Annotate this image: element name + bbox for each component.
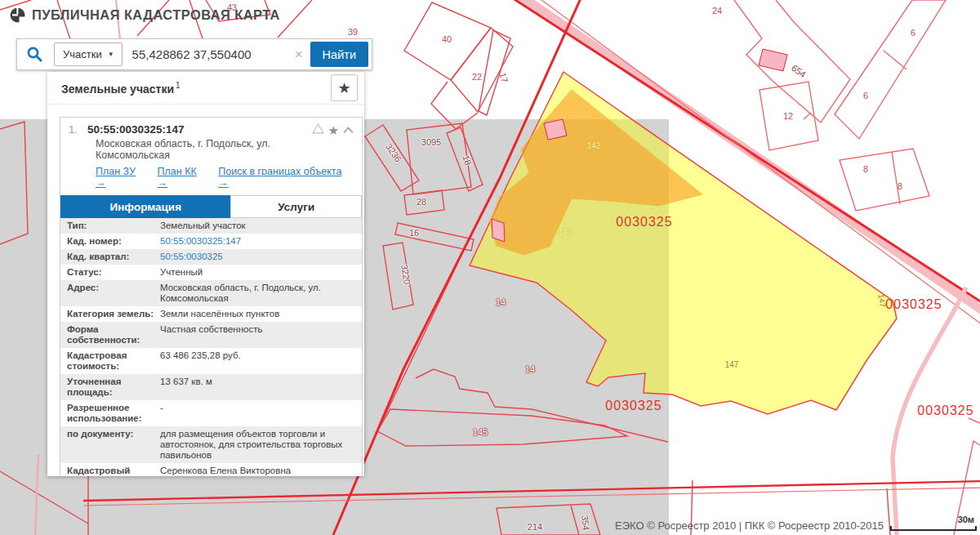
results-panel-header: Земельные участки1 ★ — [47, 72, 364, 105]
result-cadastral-number: 50:55:0030325:147 — [87, 123, 185, 136]
search-category-dropdown[interactable]: Участки ▼ — [54, 42, 122, 66]
table-row: Адрес:Московская область, г. Подольск, у… — [60, 280, 362, 306]
scale-line — [890, 526, 977, 531]
search-input[interactable] — [122, 47, 287, 61]
results-panel: Земельные участки1 ★ 1. 50:55:0030325:14… — [47, 72, 364, 476]
collapse-chevron-icon[interactable] — [343, 124, 354, 136]
results-panel-title: Земельные участки1 — [61, 81, 180, 96]
result-card-head: 1. 50:55:0030325:147 ★ Московская област… — [60, 118, 362, 195]
warning-triangle-icon[interactable] — [312, 123, 324, 136]
tab-services[interactable]: Услуги — [230, 195, 362, 218]
chevron-down-icon: ▼ — [108, 51, 114, 58]
plan-zu-link[interactable]: План ЗУ → — [96, 166, 145, 189]
result-links: План ЗУ → План КК → Поиск в границах объ… — [69, 161, 354, 195]
app-header: ПУБЛИЧНАЯ КАДАСТРОВАЯ КАРТА — [10, 7, 280, 23]
favorite-star-icon[interactable]: ★ — [328, 124, 339, 136]
table-row: Кад. квартал:50:55:0030325 — [60, 249, 362, 265]
scale-label: 30м — [958, 515, 974, 524]
table-row: Кадастровый инженер:Серенкова Елена Викт… — [60, 463, 362, 476]
results-count-badge: 1 — [176, 81, 180, 90]
table-row: Уточненная площадь:13 637 кв. м — [60, 374, 362, 400]
details-table: Тип:Земельный участок Кад. номер:50:55:0… — [60, 218, 362, 476]
app-logo-icon — [10, 7, 25, 23]
map-attribution: ЕЭКО © Росреестр 2010 | ПКК © Росреестр … — [615, 519, 884, 532]
search-submit-button[interactable]: Найти — [310, 42, 368, 67]
table-row: Форма собственности:Частная собственност… — [60, 322, 362, 348]
table-row: Кадастровая стоимость:63 486 235,28 руб. — [60, 348, 362, 374]
search-within-link[interactable]: Поиск в границах объекта → — [218, 166, 345, 189]
table-row: Кад. номер:50:55:0030325:147 — [60, 234, 362, 249]
table-row: Статус:Учтенный — [60, 265, 362, 280]
parcels-top-middle[interactable] — [404, 2, 513, 129]
table-row: Категория земель:Земли населённых пункто… — [60, 306, 362, 322]
cadastral-number-link[interactable]: 50:55:0030325:147 — [160, 236, 355, 247]
search-icon — [26, 46, 54, 63]
table-row: по документу:для размещения объектов тор… — [60, 426, 362, 463]
table-row: Тип:Земельный участок — [60, 218, 362, 234]
star-icon: ★ — [337, 79, 350, 97]
result-tabs: Информация Услуги — [60, 195, 362, 218]
tab-information[interactable]: Информация — [60, 195, 230, 218]
scale-bar: 30м — [890, 517, 977, 532]
app-title: ПУБЛИЧНАЯ КАДАСТРОВАЯ КАРТА — [32, 7, 280, 23]
clear-search-icon[interactable]: × — [287, 47, 310, 63]
result-index: 1. — [69, 123, 87, 136]
favorites-button[interactable]: ★ — [331, 74, 358, 101]
search-category-label: Участки — [63, 48, 102, 60]
result-address: Московская область, г. Подольск, ул. Ком… — [69, 136, 314, 161]
plan-kk-link[interactable]: План КК → — [158, 166, 207, 189]
table-row: Разрешенное использование:- — [60, 400, 362, 426]
search-bar: Участки ▼ × Найти — [16, 38, 372, 70]
cadastral-quarter-link[interactable]: 50:55:0030325 — [160, 252, 355, 262]
result-card: 1. 50:55:0030325:147 ★ Московская област… — [60, 117, 363, 476]
